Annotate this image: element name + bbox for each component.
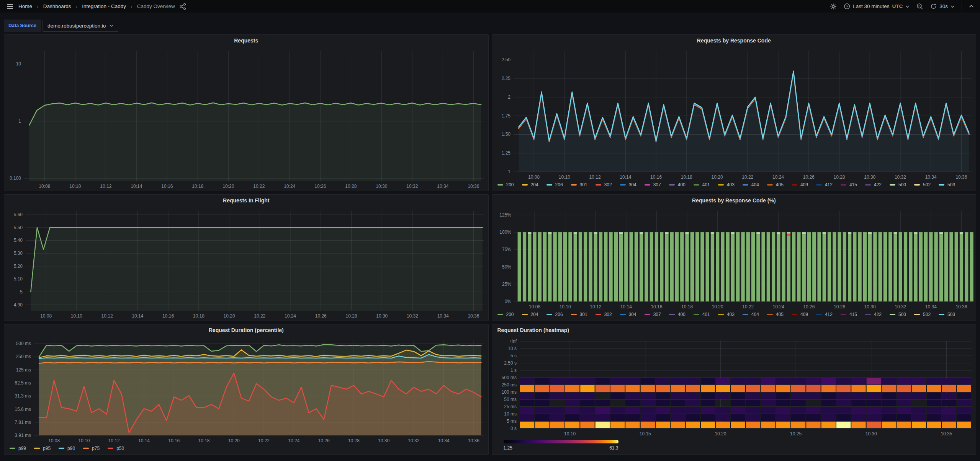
legend-label: 301 <box>580 312 587 317</box>
legend-item-301[interactable]: 301 <box>571 182 587 187</box>
legend-item-404[interactable]: 404 <box>743 312 759 317</box>
legend-item-200[interactable]: 200 <box>497 182 514 187</box>
legend-item-412[interactable]: 412 <box>816 182 833 187</box>
requests-chart[interactable]: 1010.10010:0810:1010:1210:1410:1610:1810… <box>4 46 488 191</box>
legend-swatch <box>841 314 846 315</box>
legend-label: 412 <box>825 182 833 187</box>
panel-title[interactable]: Request Duration (percentile) <box>4 324 488 336</box>
requests-in-flight-chart[interactable]: 4.9055.105.205.305.405.505.6010:0810:101… <box>4 206 488 321</box>
legend-item-200[interactable]: 200 <box>497 312 514 317</box>
request-duration-percentile-chart[interactable]: 500 ms250 ms125 ms62.5 ms31.3 ms15.6 ms7… <box>4 336 488 445</box>
legend-swatch <box>816 314 822 315</box>
legend-item-412[interactable]: 412 <box>816 312 833 317</box>
share-icon[interactable] <box>180 3 186 10</box>
panel-title[interactable]: Request Duration (heatmap) <box>492 324 976 336</box>
legend-item-301[interactable]: 301 <box>571 312 587 317</box>
legend-item-422[interactable]: 422 <box>865 312 882 317</box>
legend-item-503[interactable]: 503 <box>939 182 955 187</box>
legend-item-304[interactable]: 304 <box>620 182 636 187</box>
datasource-select[interactable]: demo.robustperception.io <box>43 20 118 32</box>
requests-by-code-pct-chart[interactable]: 0%25%50%75%100%125%10:0810:1010:1210:141… <box>492 206 976 311</box>
refresh-icon[interactable] <box>930 3 937 10</box>
legend-swatch <box>546 314 552 315</box>
menu-icon[interactable] <box>6 3 14 10</box>
legend-item-302[interactable]: 302 <box>596 312 612 317</box>
legend-item-p99[interactable]: p99 <box>10 446 26 451</box>
svg-text:10:16: 10:16 <box>161 184 173 189</box>
svg-text:10:24: 10:24 <box>285 313 296 319</box>
svg-text:500 ms: 500 ms <box>501 375 516 380</box>
legend-item-p95[interactable]: p95 <box>34 446 51 451</box>
legend-item-p50[interactable]: p50 <box>108 446 124 451</box>
legend-item-500[interactable]: 500 <box>890 182 906 187</box>
legend-swatch <box>767 184 773 186</box>
breadcrumb-home[interactable]: Home <box>18 3 32 9</box>
refresh-picker[interactable]: 30s <box>930 3 955 10</box>
legend-item-502[interactable]: 502 <box>914 182 931 187</box>
legend-item-409[interactable]: 409 <box>792 182 808 187</box>
breadcrumb-separator: › <box>37 3 39 10</box>
svg-text:3.91 ms: 3.91 ms <box>15 433 31 438</box>
legend-item-400[interactable]: 400 <box>669 312 686 317</box>
legend-item-204[interactable]: 204 <box>522 182 538 187</box>
legend-item-404[interactable]: 404 <box>743 182 759 187</box>
legend-swatch <box>571 314 577 315</box>
svg-text:5 ms: 5 ms <box>506 419 516 424</box>
legend-item-302[interactable]: 302 <box>596 182 612 187</box>
legend-item-206[interactable]: 206 <box>546 312 563 317</box>
svg-text:0.100: 0.100 <box>10 176 21 181</box>
legend-item-405[interactable]: 405 <box>767 312 784 317</box>
legend-item-415[interactable]: 415 <box>841 182 857 187</box>
svg-text:10:34: 10:34 <box>437 184 448 189</box>
legend-label: 204 <box>531 182 538 187</box>
svg-text:10:24: 10:24 <box>772 304 784 310</box>
legend-item-204[interactable]: 204 <box>522 312 538 317</box>
legend-item-307[interactable]: 307 <box>645 312 661 317</box>
legend-swatch <box>620 184 626 186</box>
svg-text:10:36: 10:36 <box>955 304 967 310</box>
zoom-out-icon[interactable] <box>916 3 923 10</box>
legend-label: p95 <box>43 446 51 451</box>
legend-item-p75[interactable]: p75 <box>83 446 100 451</box>
collapse-icon[interactable] <box>969 5 974 8</box>
legend-item-415[interactable]: 415 <box>841 312 857 317</box>
panel-title[interactable]: Requests by Response Code <box>492 35 976 46</box>
legend-item-304[interactable]: 304 <box>620 312 636 317</box>
svg-text:0 s: 0 s <box>510 426 516 431</box>
gear-icon[interactable] <box>830 3 837 10</box>
svg-text:10:28: 10:28 <box>833 174 845 180</box>
legend-item-502[interactable]: 502 <box>914 312 931 317</box>
time-range-picker[interactable]: Last 30 minutes UTC <box>844 3 910 10</box>
request-duration-heatmap-chart[interactable]: +Inf10 s5 s2.50 s1 s500 ms250 ms100 ms50… <box>492 336 976 439</box>
legend-item-206[interactable]: 206 <box>546 182 563 187</box>
svg-text:5.60: 5.60 <box>14 212 23 217</box>
legend-swatch <box>694 314 699 315</box>
legend-item-400[interactable]: 400 <box>669 182 686 187</box>
svg-text:1.75: 1.75 <box>501 113 510 119</box>
legend-item-p90[interactable]: p90 <box>59 446 75 451</box>
panel-title[interactable]: Requests <box>4 35 488 46</box>
legend-item-401[interactable]: 401 <box>694 182 710 187</box>
breadcrumb-dashboards[interactable]: Dashboards <box>43 3 71 9</box>
legend-label: 404 <box>751 312 759 317</box>
legend-swatch <box>669 314 675 315</box>
panel-title[interactable]: Requests by Response Code (%) <box>492 195 976 206</box>
legend-item-403[interactable]: 403 <box>718 312 735 317</box>
requests-by-code-chart[interactable]: 11.251.501.7522.252.5010:0810:1010:1210:… <box>492 46 976 182</box>
panel-title[interactable]: Requests In Flight <box>4 195 488 206</box>
svg-text:10:16: 10:16 <box>650 174 662 180</box>
svg-text:10:32: 10:32 <box>895 304 906 310</box>
legend-item-422[interactable]: 422 <box>865 182 882 187</box>
legend-item-307[interactable]: 307 <box>645 182 661 187</box>
breadcrumb-integration-caddy[interactable]: Integration - Caddy <box>82 3 126 9</box>
legend-swatch <box>59 448 64 449</box>
legend-item-403[interactable]: 403 <box>718 182 735 187</box>
legend-item-409[interactable]: 409 <box>792 312 808 317</box>
legend-swatch <box>743 184 748 186</box>
legend-label: 206 <box>555 182 563 187</box>
legend-item-503[interactable]: 503 <box>939 312 955 317</box>
legend-item-405[interactable]: 405 <box>767 182 784 187</box>
legend-item-500[interactable]: 500 <box>890 312 906 317</box>
svg-text:10:30: 10:30 <box>378 438 389 443</box>
legend-item-401[interactable]: 401 <box>694 312 710 317</box>
